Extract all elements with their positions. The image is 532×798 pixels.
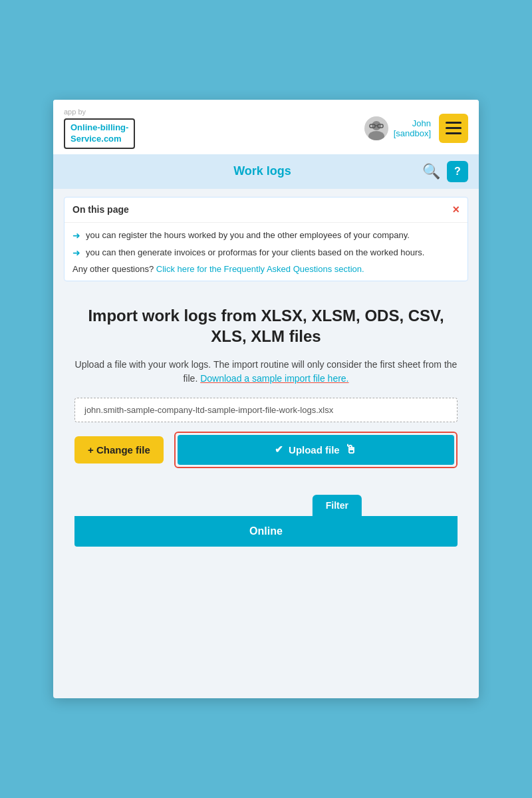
- info-item-1: ➜ you can register the hours worked by y…: [72, 229, 460, 241]
- info-text-2: you can then generate invoices or profor…: [86, 247, 424, 259]
- upload-check-icon: ✔: [275, 444, 283, 456]
- user-sandbox-text: [sandbox]: [394, 128, 431, 138]
- header-right: John [sandbox]: [364, 114, 468, 143]
- close-info-box-button[interactable]: ×: [452, 203, 460, 217]
- header: app by Online-billing- Service.com: [53, 100, 479, 154]
- upload-label: Upload file: [289, 444, 340, 456]
- logo-service: Service.com: [70, 134, 122, 144]
- download-sample-link[interactable]: Download a sample import file here.: [200, 373, 348, 384]
- app-by-label: app by: [64, 108, 135, 116]
- faq-prefix: Any other questions?: [72, 264, 156, 274]
- page-title: Work logs: [104, 164, 421, 178]
- cursor-icon: 🖱: [345, 443, 357, 457]
- hamburger-line-1: [446, 122, 462, 124]
- logo: Online-billing- Service.com: [64, 118, 135, 149]
- nav-icons: 🔍 ?: [421, 161, 468, 182]
- logo-tld: .com: [101, 134, 121, 144]
- info-text-1: you can register the hours worked by you…: [86, 229, 410, 241]
- info-item-2: ➜ you can then generate invoices or prof…: [72, 247, 460, 259]
- hamburger-line-2: [446, 127, 462, 129]
- file-name-display: john.smith-sample-company-ltd-sample-imp…: [74, 398, 458, 422]
- hamburger-line-3: [446, 132, 462, 134]
- main-content: Import work logs from XLSX, XLSM, ODS, C…: [53, 289, 479, 494]
- file-actions: + Change file ✔ Upload file 🖱: [74, 432, 458, 468]
- help-button[interactable]: ?: [447, 161, 468, 182]
- search-button[interactable]: 🔍: [421, 161, 442, 182]
- faq-line: Any other questions? Click here for the …: [72, 264, 460, 274]
- change-file-button[interactable]: + Change file: [74, 436, 164, 464]
- user-info: John [sandbox]: [364, 116, 431, 140]
- nav-bar: Work logs 🔍 ?: [53, 154, 479, 189]
- filter-button[interactable]: Filter: [313, 495, 362, 516]
- info-box-title: On this page: [72, 204, 129, 215]
- user-name-text: John: [394, 118, 431, 128]
- info-box-header: On this page ×: [65, 198, 467, 223]
- hamburger-menu-button[interactable]: [439, 114, 468, 143]
- main-window: app by Online-billing- Service.com: [53, 100, 479, 698]
- import-title: Import work logs from XLSX, XLSM, ODS, C…: [74, 305, 458, 346]
- info-box-content: ➜ you can register the hours worked by y…: [65, 223, 467, 281]
- avatar: [364, 116, 388, 140]
- user-name-block: John [sandbox]: [394, 118, 431, 138]
- logo-text-line1: Online-billing-: [70, 122, 128, 132]
- upload-file-button[interactable]: ✔ Upload file 🖱: [178, 435, 454, 465]
- bottom-area: Filter Online: [53, 495, 479, 557]
- arrow-icon-2: ➜: [72, 247, 80, 258]
- help-icon: ?: [454, 166, 461, 178]
- search-icon: 🔍: [422, 163, 440, 180]
- faq-link[interactable]: Click here for the Frequently Asked Ques…: [156, 264, 364, 274]
- arrow-icon-1: ➜: [72, 230, 80, 241]
- upload-btn-wrapper: ✔ Upload file 🖱: [174, 432, 458, 468]
- online-bar: Online: [74, 516, 458, 547]
- info-box: On this page × ➜ you can register the ho…: [64, 197, 468, 281]
- filter-row: Filter: [74, 495, 458, 516]
- header-left: app by Online-billing- Service.com: [64, 108, 135, 149]
- import-description: Upload a file with your work logs. The i…: [74, 358, 458, 386]
